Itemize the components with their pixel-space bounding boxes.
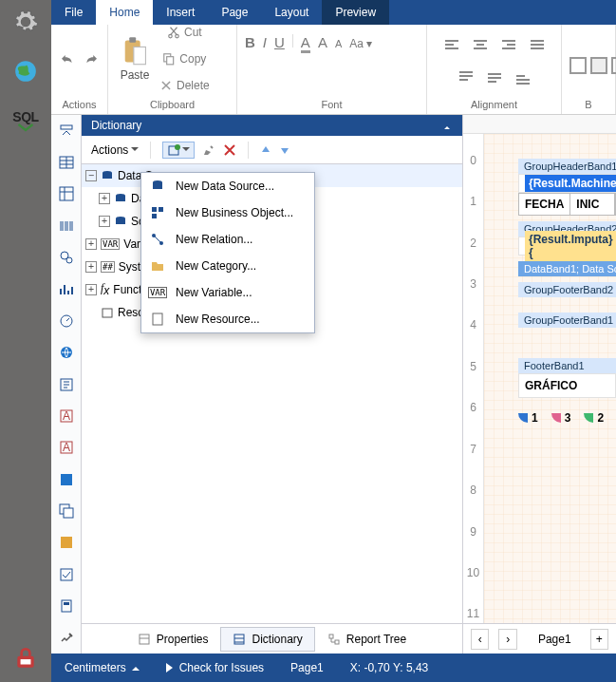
- band-data-1[interactable]: DataBand1; Data So: [518, 261, 616, 276]
- valign-middle-icon[interactable]: [483, 66, 506, 89]
- tab-preview[interactable]: Preview: [322, 0, 389, 25]
- component-icon[interactable]: [56, 121, 77, 141]
- menu-item-label: New Resource...: [176, 313, 260, 326]
- align-left-icon[interactable]: [440, 34, 463, 57]
- expand-icon[interactable]: +: [99, 216, 110, 227]
- expand-icon[interactable]: +: [85, 261, 97, 273]
- tab-file[interactable]: File: [51, 0, 96, 25]
- paste-button[interactable]: Paste: [116, 36, 154, 82]
- checkbox-icon[interactable]: [56, 564, 77, 584]
- image-icon[interactable]: A: [56, 438, 77, 458]
- col-inicio[interactable]: INIC: [570, 194, 615, 215]
- menu-item-label: New Category...: [176, 259, 256, 273]
- delete-button[interactable]: Delete: [159, 74, 210, 97]
- menu-new-variable[interactable]: VARNew Variable...: [141, 279, 314, 306]
- expr-imputa[interactable]: {Result.Imputa}{: [525, 231, 616, 261]
- richtext-icon[interactable]: A: [56, 406, 77, 426]
- collapse-icon[interactable]: −: [85, 170, 97, 181]
- ruler-tick: 6: [470, 399, 476, 417]
- panel-icon[interactable]: [56, 469, 77, 489]
- bold-icon[interactable]: B: [245, 34, 255, 50]
- relation-icon: [149, 231, 166, 248]
- italic-icon[interactable]: I: [263, 34, 267, 50]
- cell-grafico[interactable]: GRÁFICO: [518, 373, 616, 398]
- menu-new-datasource[interactable]: New Data Source...: [141, 173, 314, 199]
- shape-icon[interactable]: [56, 247, 77, 267]
- valign-top-icon[interactable]: [455, 66, 477, 89]
- underline-icon[interactable]: U: [274, 34, 285, 50]
- dictionary-title: Dictionary: [91, 119, 141, 132]
- map-icon[interactable]: [56, 343, 77, 363]
- font-color-icon[interactable]: A: [301, 34, 310, 53]
- valign-bottom-icon[interactable]: [512, 66, 534, 89]
- band-group-footer-2[interactable]: GroupFooterBand2: [518, 282, 616, 297]
- gear-icon[interactable]: [11, 8, 40, 36]
- lock-red-icon[interactable]: [11, 644, 40, 673]
- report-canvas[interactable]: GroupHeaderBand1 {Result.Machine_ FECHA …: [484, 134, 616, 623]
- folder-icon: [149, 257, 166, 275]
- subreport-icon[interactable]: [56, 596, 77, 616]
- new-item-button[interactable]: [162, 142, 195, 159]
- edit-item-button[interactable]: [202, 143, 215, 157]
- expr-machine[interactable]: {Result.Machine_: [525, 175, 616, 192]
- dictionary-tree: − Data Sources + Data + Sources + VAR: [82, 164, 462, 623]
- tab-report-tree[interactable]: Report Tree: [315, 627, 419, 652]
- gauge-icon[interactable]: [56, 311, 77, 331]
- sql-icon[interactable]: SQL: [11, 106, 40, 135]
- redo-icon[interactable]: [83, 49, 101, 72]
- actions-dropdown[interactable]: Actions: [91, 143, 139, 157]
- pin-icon[interactable]: [441, 120, 453, 131]
- border-frame-icon[interactable]: [611, 57, 616, 74]
- clone-icon[interactable]: [56, 501, 77, 521]
- barcode-icon[interactable]: [56, 216, 77, 236]
- align-right-icon[interactable]: [497, 34, 520, 57]
- move-down-button[interactable]: [279, 144, 290, 156]
- menu-new-resource[interactable]: New Resource...: [141, 306, 314, 332]
- decrease-font-icon[interactable]: A: [335, 38, 342, 49]
- font-settings-icon[interactable]: Aa ▾: [349, 37, 372, 50]
- text-icon[interactable]: [56, 374, 77, 394]
- move-up-button[interactable]: [260, 144, 271, 156]
- svg-rect-25: [61, 537, 72, 548]
- check-for-issues[interactable]: Check for Issues: [166, 661, 264, 674]
- undo-icon[interactable]: [59, 49, 77, 72]
- tab-layout[interactable]: Layout: [261, 0, 322, 25]
- expand-icon[interactable]: +: [99, 193, 110, 204]
- copy-button[interactable]: Copy: [159, 47, 210, 70]
- cut-button[interactable]: Cut: [159, 21, 210, 44]
- table-icon[interactable]: [56, 152, 77, 172]
- next-page-button[interactable]: ›: [498, 629, 516, 650]
- align-justify-icon[interactable]: [526, 34, 549, 57]
- band-group-footer-1[interactable]: GroupFooterBand1: [518, 313, 616, 328]
- tab-properties[interactable]: Properties: [125, 627, 221, 652]
- legend-label: 2: [597, 411, 604, 425]
- menu-new-business-object[interactable]: New Business Object...: [141, 199, 314, 226]
- menu-item-label: New Relation...: [176, 233, 252, 246]
- globe-green-icon[interactable]: [11, 57, 40, 85]
- units-dropdown[interactable]: Centimeters: [65, 661, 140, 674]
- band-group-header-1[interactable]: GroupHeaderBand1: [518, 159, 616, 174]
- expand-icon[interactable]: +: [85, 238, 97, 250]
- crosstab-icon[interactable]: [56, 184, 77, 204]
- border-all-icon[interactable]: [590, 57, 607, 74]
- delete-item-button[interactable]: [223, 143, 236, 157]
- settings-icon[interactable]: [56, 628, 77, 648]
- align-center-icon[interactable]: [469, 34, 492, 57]
- increase-font-icon[interactable]: A: [318, 34, 327, 50]
- ruler-tick: 11: [467, 605, 479, 623]
- expand-icon[interactable]: +: [85, 284, 97, 295]
- ruler-tick: 8: [470, 481, 476, 499]
- band-footer[interactable]: FooterBand1: [518, 358, 616, 373]
- header-row[interactable]: FECHA INIC: [518, 193, 616, 216]
- tab-dictionary[interactable]: Dictionary: [220, 627, 314, 652]
- prev-page-button[interactable]: ‹: [471, 629, 489, 650]
- page-tab[interactable]: Page1: [538, 633, 571, 646]
- zip-icon[interactable]: [56, 533, 77, 553]
- add-page-button[interactable]: +: [590, 629, 608, 650]
- border-none-icon[interactable]: [569, 57, 587, 74]
- chart-icon[interactable]: [56, 279, 77, 299]
- menu-new-relation[interactable]: New Relation...: [141, 226, 314, 253]
- svg-rect-39: [153, 182, 162, 189]
- menu-new-category[interactable]: New Category...: [141, 253, 314, 279]
- col-fecha[interactable]: FECHA: [519, 194, 570, 215]
